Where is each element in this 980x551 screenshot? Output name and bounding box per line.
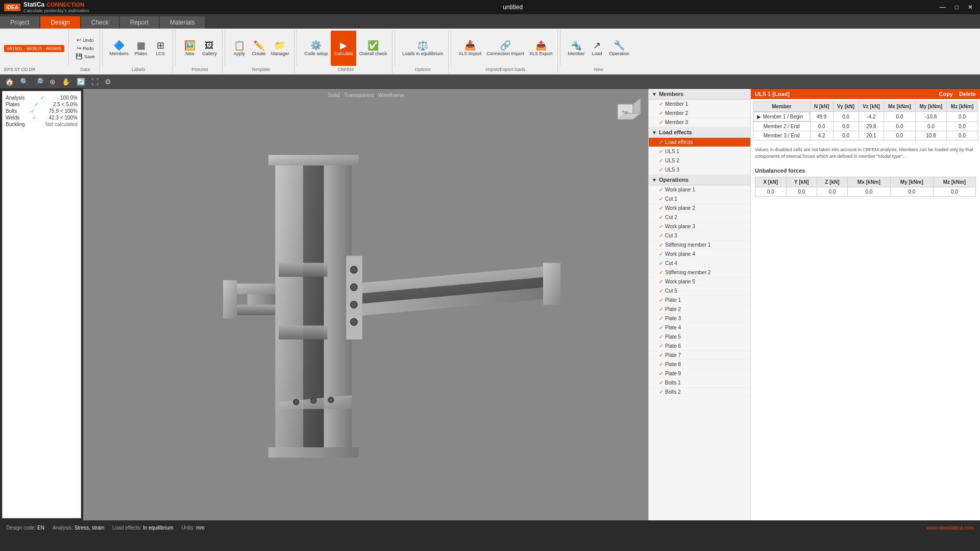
transparent-view-button[interactable]: Transparent <box>344 92 374 98</box>
lcs-button[interactable]: ⊞ LCS <box>151 31 169 66</box>
tree-plate-9[interactable]: ✓Plate 9 <box>649 369 750 378</box>
create-button[interactable]: ✏️ Create <box>250 31 268 66</box>
load-effects-section-header[interactable]: ▼ Load effects <box>649 127 750 138</box>
load-effects-label: Load effects: <box>112 525 141 531</box>
plates-button[interactable]: ▦ Plates <box>132 31 150 66</box>
minimize-button[interactable]: — <box>937 4 949 11</box>
fit-icon[interactable]: ⊕ <box>47 77 58 87</box>
unbalanced-title: Unbalanced forces <box>755 167 976 174</box>
connection-import-button[interactable]: 🔗 Connection Import <box>484 31 526 66</box>
tree-uls2[interactable]: ✓ ULS 2 <box>649 156 750 165</box>
tree-plate-2[interactable]: ✓Plate 2 <box>649 305 750 314</box>
tree-work-plane-1[interactable]: ✓Work plane 1 <box>649 185 750 195</box>
new-load-button[interactable]: ↗ Load <box>587 31 606 66</box>
svg-marker-5 <box>268 447 359 458</box>
tree-bolts-1[interactable]: ✓Bolts 1 <box>649 378 750 388</box>
zoom-out-icon[interactable]: 🔎 <box>33 77 45 87</box>
tree-cut-3[interactable]: ✓Cut 3 <box>649 231 750 241</box>
analysis-status-panel: Analysis ✓ 100.0% Plates ✓ 2.5 < 5.0% Bo… <box>2 91 81 518</box>
new-operation-button[interactable]: 🔧 Operation <box>607 31 631 66</box>
tree-work-plane-4[interactable]: ✓Work plane 4 <box>649 250 750 259</box>
tree-cut-4[interactable]: ✓Cut 4 <box>649 259 750 268</box>
expand-row-1[interactable]: ▶ <box>757 114 761 119</box>
apply-button[interactable]: 📋 Apply <box>230 31 249 66</box>
design-code-value: EN <box>37 525 44 531</box>
new-member-button[interactable]: 🔩 Member <box>566 31 586 66</box>
close-button[interactable]: ✕ <box>965 4 976 11</box>
code-setup-button[interactable]: ⚙️ Code setup <box>302 31 330 66</box>
undo-button[interactable]: ↩ Undo <box>75 36 95 44</box>
status-info: Design code: EN Analysis: Stress, strain… <box>6 525 205 531</box>
fullscreen-icon[interactable]: ⛶ <box>89 77 101 87</box>
tree-bolts-2[interactable]: ✓Bolts 2 <box>649 388 750 397</box>
tree-stiffening-member-2[interactable]: ✓Stiffening member 2 <box>649 268 750 277</box>
wireframe-view-button[interactable]: Wireframe <box>378 92 404 98</box>
xls-export-button[interactable]: 📤 XLS Export <box>527 31 555 66</box>
save-button[interactable]: 💾 Save <box>74 53 96 60</box>
members-section-header[interactable]: ▼ Members <box>649 89 750 100</box>
window-controls[interactable]: — □ ✕ <box>937 4 976 11</box>
window-title: untitled <box>503 4 523 11</box>
app-logo: IDEA StatiCa CONNECTION Calculate yester… <box>4 1 89 13</box>
calculate-button[interactable]: ▶ Calculate <box>331 31 356 66</box>
logo-box: IDEA <box>4 4 20 11</box>
tree-uls1[interactable]: ✓ ULS 1 <box>649 147 750 156</box>
redo-button[interactable]: ↪ Redo <box>75 44 95 52</box>
app-name: StatiCa <box>23 1 44 8</box>
tree-load-effects-active[interactable]: ✓ Load effects <box>649 138 750 147</box>
tree-plate-5[interactable]: ✓Plate 5 <box>649 332 750 342</box>
svg-marker-4 <box>268 155 359 165</box>
delete-button[interactable]: Delete <box>959 91 976 97</box>
tree-plate-7[interactable]: ✓Plate 7 <box>649 351 750 360</box>
gallery-button[interactable]: 🖼 Gallery <box>200 31 219 66</box>
manager-button[interactable]: 📁 Manager <box>269 31 291 66</box>
analysis-label: Analysis: <box>53 525 73 531</box>
statusbar: Design code: EN Analysis: Stress, strain… <box>0 520 980 535</box>
col-n: N [kN] <box>810 102 833 112</box>
tab-materials[interactable]: Materials <box>160 16 205 29</box>
tree-member-1[interactable]: ✓ Member 1 <box>649 100 750 109</box>
solid-view-button[interactable]: Solid <box>327 92 339 98</box>
tree-plate-3[interactable]: ✓Plate 3 <box>649 314 750 323</box>
new-section-label: New <box>566 66 631 72</box>
xls-import-button[interactable]: 📥 XLS Import <box>456 31 483 66</box>
overall-check-button[interactable]: ✅ Overall check <box>357 31 389 66</box>
rotate-icon[interactable]: 🔄 <box>75 77 87 87</box>
tree-uls3[interactable]: ✓ ULS 3 <box>649 165 750 175</box>
operations-section-header[interactable]: ▼ Operations <box>649 175 750 185</box>
tree-plate-4[interactable]: ✓Plate 4 <box>649 323 750 332</box>
svg-point-24 <box>328 397 334 403</box>
table-row: Member 3 / End 4.2 0.0 20.1 0.0 10.8 0.0 <box>753 131 978 140</box>
tree-work-plane-3[interactable]: ✓Work plane 3 <box>649 222 750 231</box>
zoom-in-icon[interactable]: 🔍 <box>18 77 31 87</box>
tree-stiffening-member-1[interactable]: ✓Stiffening member 1 <box>649 241 750 250</box>
tree-plate-6[interactable]: ✓Plate 6 <box>649 342 750 351</box>
tree-cut-5[interactable]: ✓Cut 5 <box>649 286 750 296</box>
table-row: ▶ Member 1 / Begin 49.9 0.0 -4.2 0.0 -10… <box>753 112 978 122</box>
settings-icon[interactable]: ⚙ <box>103 77 113 87</box>
3d-viewport[interactable]: Solid Transparent Wireframe <box>83 89 648 520</box>
tree-member-2[interactable]: ✓ Member 2 <box>649 109 750 118</box>
tab-report[interactable]: Report <box>120 16 159 29</box>
pan-icon[interactable]: ✋ <box>60 77 72 87</box>
tree-cut-2[interactable]: ✓Cut 2 <box>649 213 750 222</box>
loads-in-equilibrium-button[interactable]: ⚖️ Loads in equilibrium <box>400 31 445 66</box>
tree-plate-8[interactable]: ✓Plate 8 <box>649 360 750 369</box>
tab-check[interactable]: Check <box>81 16 119 29</box>
view-cube[interactable]: Top <box>607 94 643 131</box>
tree-panel: ▼ Members ✓ Member 1 ✓ Member 2 ✓ Member… <box>648 89 750 520</box>
home-icon[interactable]: 🏠 <box>3 77 16 87</box>
tree-cut-1[interactable]: ✓Cut 1 <box>649 195 750 204</box>
new-picture-button[interactable]: 🖼️ New <box>181 31 199 66</box>
maximize-button[interactable]: □ <box>952 4 962 11</box>
tree-work-plane-5[interactable]: ✓Work plane 5 <box>649 277 750 286</box>
tree-plate-1[interactable]: ✓Plate 1 <box>649 296 750 305</box>
tree-member-3[interactable]: ✓ Member 3 <box>649 118 750 127</box>
tree-work-plane-2[interactable]: ✓Work plane 2 <box>649 204 750 213</box>
members-button[interactable]: 🔷 Members <box>108 31 131 66</box>
copy-button[interactable]: Copy <box>939 91 953 97</box>
brand-url[interactable]: www.ideastatica.com <box>926 525 974 531</box>
tab-design[interactable]: Design <box>40 16 80 29</box>
tab-project[interactable]: Project <box>0 16 39 29</box>
project-tag[interactable]: 681501 - 683515 - 683985 <box>4 45 64 52</box>
